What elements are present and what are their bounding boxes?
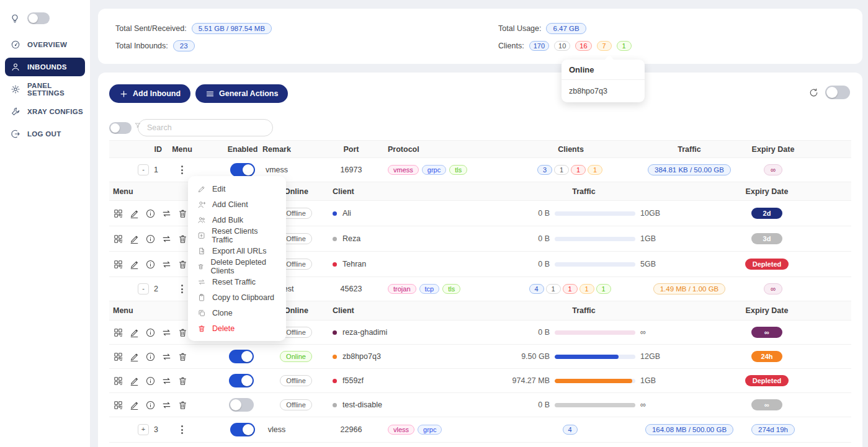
client-color-dot (333, 379, 337, 383)
sent-received-value: 5.51 GB / 987.54 MB (192, 23, 272, 34)
sidebar-item-inbounds[interactable]: INBOUNDS (5, 58, 85, 76)
total-inbounds-label: Total Inbounds: (115, 42, 168, 50)
menu-item-add-client[interactable]: Add Client (188, 197, 286, 212)
client-count-expiring[interactable]: 1 (588, 165, 602, 175)
client-count-total[interactable]: 4 (563, 425, 578, 435)
add-inbound-button[interactable]: Add Inbound (109, 84, 190, 103)
edit-client-icon[interactable] (129, 327, 140, 338)
info-icon[interactable] (145, 400, 156, 410)
delete-client-icon[interactable] (177, 352, 188, 362)
info-icon[interactable] (145, 208, 156, 219)
traffic-used: 0 B (475, 226, 550, 251)
auto-refresh-toggle[interactable] (825, 86, 850, 99)
edit-client-icon[interactable] (129, 234, 140, 244)
client-count-deactive[interactable]: 1 (554, 165, 569, 175)
menu-item-delete-depleted-clients[interactable]: Delete Depleted Clients (188, 259, 286, 274)
menu-item-copy-to-clipboard[interactable]: Copy to Clipboard (188, 290, 286, 305)
traffic-used: 9.50 GB (475, 345, 550, 368)
menu-item-label: Delete Depleted Clients (210, 258, 277, 275)
reset-traffic-icon[interactable] (161, 376, 172, 386)
sidebar-item-log-out[interactable]: LOG OUT (5, 125, 85, 143)
menu-item-delete[interactable]: Delete (188, 321, 286, 336)
qr-code-icon[interactable] (113, 234, 123, 244)
edit-client-icon[interactable] (129, 400, 140, 410)
row-menu-button[interactable] (179, 282, 186, 296)
row-menu-button[interactable] (179, 423, 186, 436)
filter-toggle[interactable] (109, 122, 132, 134)
client-count-depleted[interactable]: 1 (563, 284, 578, 294)
reset-traffic-icon[interactable] (161, 234, 172, 244)
general-actions-button[interactable]: General Actions (195, 84, 288, 103)
delete-client-icon[interactable] (177, 234, 188, 244)
collapse-button[interactable]: - (138, 283, 149, 294)
clients-online-badge[interactable]: 1 (617, 41, 632, 51)
menu-item-reset-clients-traffic[interactable]: Reset Clients Traffic (188, 228, 286, 243)
qr-code-icon[interactable] (113, 259, 123, 270)
info-icon[interactable] (145, 234, 156, 244)
inbound-port: 22966 (314, 417, 388, 442)
edit-client-icon[interactable] (129, 352, 140, 362)
qr-code-icon[interactable] (113, 327, 123, 338)
edit-client-icon[interactable] (129, 208, 140, 219)
qr-code-icon[interactable] (113, 376, 123, 386)
header-clients: Clients (515, 141, 627, 157)
stats-card: Total Sent/Received: 5.51 GB / 987.54 MB… (98, 9, 862, 64)
reset-traffic-icon[interactable] (161, 400, 172, 410)
search-input[interactable] (138, 119, 273, 136)
expand-button[interactable]: + (138, 424, 149, 435)
reset-traffic-icon[interactable] (161, 352, 172, 362)
expiry-badge: 24h (751, 351, 782, 362)
client-count-deactive[interactable]: 1 (546, 284, 561, 294)
qr-code-icon[interactable] (113, 400, 123, 410)
subheader-traffic: Traffic (544, 182, 624, 200)
client-color-dot (333, 211, 337, 216)
delete-client-icon[interactable] (177, 208, 188, 219)
client-count-online[interactable]: 1 (596, 284, 611, 294)
client-count-total[interactable]: 4 (529, 284, 544, 294)
sidebar-item-xray-configs[interactable]: XRAY CONFIGS (5, 102, 85, 121)
sidebar-item-overview[interactable]: OVERVIEW (5, 35, 85, 54)
edit-client-icon[interactable] (129, 259, 140, 270)
delete-client-icon[interactable] (177, 327, 188, 338)
traffic-total: ∞ (640, 321, 696, 344)
client-count-depleted[interactable]: 1 (571, 165, 586, 175)
sidebar-item-panel-settings[interactable]: PANEL SETTINGS (5, 80, 85, 99)
clients-deactive-badge[interactable]: 10 (554, 41, 570, 51)
menu-item-export-all-urls[interactable]: Export All URLs (188, 243, 286, 259)
reset-traffic-icon[interactable] (161, 259, 172, 270)
info-icon[interactable] (145, 352, 156, 362)
client-count-total[interactable]: 3 (537, 165, 552, 175)
subheader-traffic: Traffic (544, 301, 624, 320)
menu-item-label: Add Bulk (212, 216, 243, 224)
info-icon[interactable] (145, 259, 156, 270)
menu-item-edit[interactable]: Edit (188, 181, 286, 197)
client-enabled-toggle[interactable] (229, 374, 254, 387)
table-header-row: ID Menu Enabled Remark Port Protocol Cli… (109, 140, 851, 158)
traffic-used: 0 B (475, 321, 550, 344)
edit-client-icon[interactable] (129, 376, 140, 386)
info-icon[interactable] (145, 376, 156, 386)
menu-item-add-bulk[interactable]: Add Bulk (188, 212, 286, 228)
delete-client-icon[interactable] (177, 376, 188, 386)
collapse-button[interactable]: - (138, 164, 149, 175)
theme-toggle[interactable] (27, 12, 50, 24)
menu-item-clone[interactable]: Clone (188, 305, 286, 321)
qr-code-icon[interactable] (113, 208, 123, 219)
clients-depleted-badge[interactable]: 16 (575, 41, 591, 51)
menu-item-reset-traffic[interactable]: Reset Traffic (188, 274, 286, 290)
qr-code-icon[interactable] (113, 352, 123, 362)
clients-total-badge[interactable]: 170 (529, 41, 549, 51)
delete-client-icon[interactable] (177, 400, 188, 410)
delete-client-icon[interactable] (177, 259, 188, 270)
clients-expiring-badge[interactable]: 7 (597, 41, 612, 51)
reset-traffic-icon[interactable] (161, 327, 172, 338)
traffic-bar (555, 330, 635, 335)
reset-traffic-icon[interactable] (161, 208, 172, 219)
refresh-icon[interactable] (808, 87, 819, 98)
client-enabled-toggle[interactable] (229, 398, 254, 412)
client-enabled-toggle[interactable] (229, 350, 254, 363)
info-icon[interactable] (145, 327, 156, 338)
client-count-expiring[interactable]: 1 (579, 284, 594, 294)
traffic-bar (555, 262, 635, 267)
row-menu-button[interactable] (179, 163, 186, 177)
